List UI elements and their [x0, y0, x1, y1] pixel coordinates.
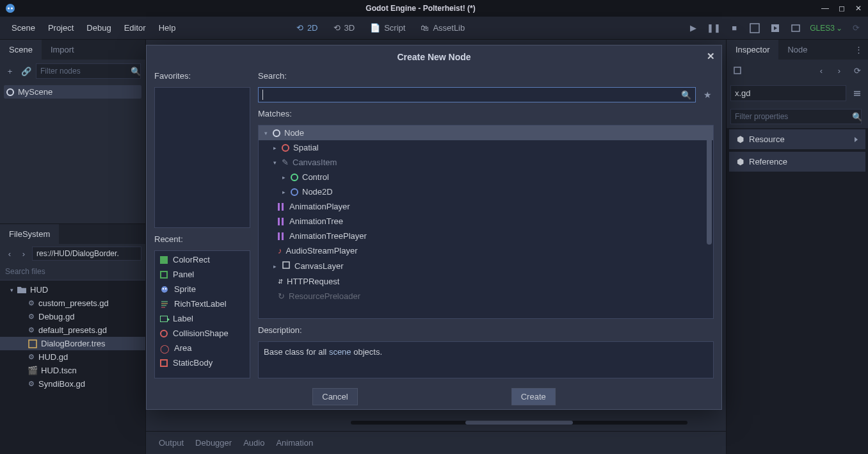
- match-item[interactable]: ▸Node2D: [259, 184, 713, 199]
- recent-item-label: ColorRect: [173, 255, 210, 264]
- favorites-label: Favorites:: [154, 69, 250, 83]
- colorrect-icon: [160, 256, 168, 264]
- match-label: AnimationTree: [289, 216, 343, 226]
- create-button[interactable]: Create: [511, 388, 556, 405]
- recent-list: ColorRect Panel Sprite RichTextLabel Lab…: [154, 250, 250, 378]
- match-label: Spatial: [293, 143, 319, 152]
- recent-item-label: CollisionShape: [173, 328, 229, 338]
- recent-item-label: Sprite: [174, 284, 196, 294]
- matches-tree: ▾Node ▸Spatial ▾✎CanvasItem ▸Control ▸No…: [258, 125, 714, 319]
- canvaslayer-icon: [282, 261, 291, 272]
- node-icon: [273, 129, 280, 137]
- match-item[interactable]: ♪AudioStreamPlayer: [259, 243, 713, 258]
- staticbody-icon: [160, 359, 168, 367]
- dialog-title: Create New Node ✕: [147, 45, 721, 69]
- dialog-close-button[interactable]: ✕: [707, 51, 715, 62]
- match-item[interactable]: ▸CanvasLayer: [259, 258, 713, 274]
- canvasitem-icon: ✎: [282, 158, 289, 167]
- search-column: Search: 🔍 ★ Matches: ▾Node ▸Spatial ▾✎Ca…: [258, 69, 714, 378]
- search-input[interactable]: [263, 90, 681, 100]
- match-label: CanvasItem: [293, 158, 337, 167]
- search-box: 🔍: [258, 87, 696, 102]
- label-icon: [160, 316, 168, 322]
- search-label: Search:: [258, 69, 714, 83]
- preload-icon: ↻: [278, 291, 285, 301]
- expander-icon[interactable]: ▾: [271, 159, 278, 166]
- favorites-column: Favorites: Recent: ColorRect Panel Sprit…: [154, 69, 250, 378]
- http-icon: ⇵: [278, 278, 283, 285]
- match-item[interactable]: ▾Node: [259, 126, 713, 140]
- match-label: ResourcePreloader: [289, 291, 360, 301]
- recent-item[interactable]: CollisionShape: [155, 326, 250, 341]
- description-text: objects.: [351, 347, 382, 357]
- description-label: Description:: [258, 323, 714, 337]
- match-item[interactable]: ▸Spatial: [259, 140, 713, 155]
- svg-point-12: [161, 286, 168, 293]
- expander-icon[interactable]: ▸: [271, 145, 278, 151]
- recent-item[interactable]: RichTextLabel: [155, 296, 250, 311]
- recent-item[interactable]: Label: [155, 311, 250, 326]
- search-icon: 🔍: [681, 90, 691, 100]
- recent-item[interactable]: ColorRect: [155, 252, 250, 267]
- match-label: Control: [302, 172, 329, 182]
- recent-item-label: RichTextLabel: [174, 299, 227, 309]
- matches-label: Matches:: [258, 106, 714, 121]
- dialog-buttons: Cancel Create: [147, 384, 721, 409]
- area-icon: ◯: [160, 344, 169, 353]
- recent-item[interactable]: StaticBody: [155, 355, 250, 370]
- modal-backdrop: Create New Node ✕ Favorites: Recent: Col…: [0, 0, 868, 454]
- match-item[interactable]: ▸Control: [259, 170, 713, 184]
- expander-icon[interactable]: ▸: [280, 174, 287, 181]
- match-item[interactable]: AnimationPlayer: [259, 199, 713, 214]
- animation-icon: [278, 232, 285, 240]
- match-label: AnimationTreePlayer: [289, 231, 367, 241]
- sprite-icon: [160, 285, 169, 294]
- favorite-toggle-button[interactable]: ★: [701, 88, 714, 101]
- match-label: Node: [284, 128, 304, 138]
- match-item[interactable]: ↻ResourcePreloader: [259, 289, 713, 304]
- description-text: Base class for all: [264, 347, 329, 357]
- match-label: AudioStreamPlayer: [286, 246, 358, 255]
- svg-point-13: [163, 288, 164, 289]
- animation-icon: [278, 203, 285, 211]
- panel-icon: [160, 271, 168, 279]
- recent-item[interactable]: ◯Area: [155, 341, 250, 355]
- match-label: HTTPRequest: [287, 277, 339, 286]
- control-icon: [291, 174, 298, 181]
- expander-icon[interactable]: ▸: [271, 263, 278, 270]
- matches-scrollbar[interactable]: [705, 127, 712, 317]
- dialog-body: Favorites: Recent: ColorRect Panel Sprit…: [147, 69, 721, 384]
- animation-icon: [278, 218, 285, 225]
- spatial-icon: [282, 144, 289, 152]
- cancel-button[interactable]: Cancel: [312, 388, 357, 405]
- recent-item[interactable]: Panel: [155, 267, 250, 282]
- collision-icon: [160, 330, 168, 337]
- match-label: AnimationPlayer: [289, 202, 350, 211]
- node2d-icon: [291, 188, 298, 196]
- description-box: Base class for all scene objects.: [258, 341, 714, 378]
- recent-item-label: StaticBody: [173, 358, 213, 368]
- recent-item-label: Label: [173, 314, 193, 323]
- match-item[interactable]: AnimationTreePlayer: [259, 229, 713, 243]
- match-item[interactable]: AnimationTree: [259, 214, 713, 229]
- match-item[interactable]: ▾✎CanvasItem: [259, 155, 713, 170]
- match-label: Node2D: [302, 187, 333, 197]
- expander-icon[interactable]: ▾: [262, 130, 269, 136]
- recent-item-label: Area: [174, 343, 191, 353]
- create-node-dialog: Create New Node ✕ Favorites: Recent: Col…: [146, 45, 722, 410]
- description-keyword: scene: [329, 347, 351, 357]
- audio-icon: ♪: [278, 246, 282, 255]
- scrollbar-thumb[interactable]: [707, 129, 712, 245]
- richtext-icon: [160, 300, 169, 309]
- search-row: 🔍 ★: [258, 87, 714, 102]
- recent-label: Recent:: [154, 232, 250, 247]
- match-label: CanvasLayer: [294, 261, 344, 271]
- recent-item-label: Panel: [173, 270, 194, 279]
- svg-point-14: [165, 288, 166, 289]
- favorites-list[interactable]: [154, 87, 250, 228]
- svg-rect-19: [283, 262, 289, 268]
- match-item[interactable]: ⇵HTTPRequest: [259, 274, 713, 289]
- recent-item[interactable]: Sprite: [155, 282, 250, 296]
- expander-icon[interactable]: ▸: [280, 189, 287, 195]
- dialog-title-text: Create New Node: [397, 52, 470, 62]
